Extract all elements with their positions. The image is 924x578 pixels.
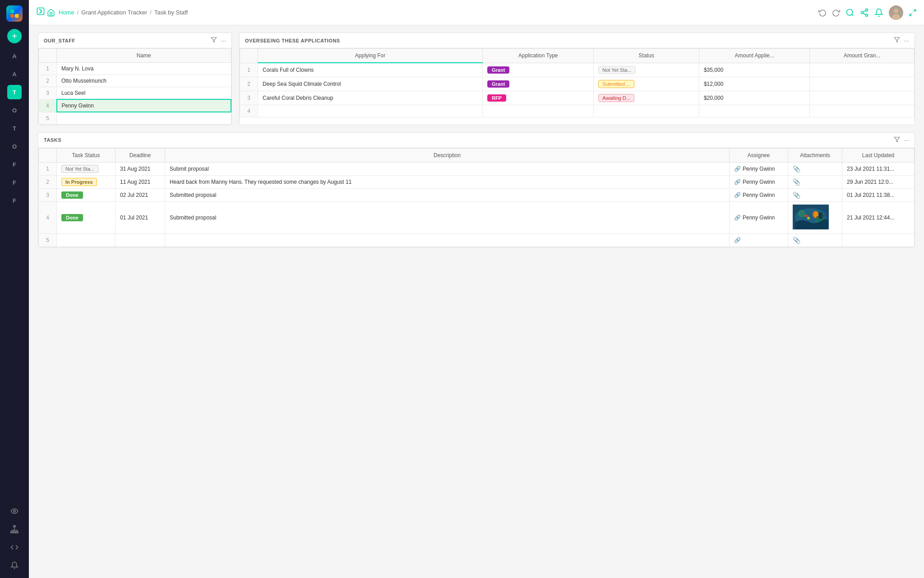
app-type-cell[interactable]: RFP [482,91,593,105]
code-icon[interactable] [7,540,22,555]
attachments-cell[interactable]: 📎 [788,175,842,188]
table-row[interactable]: 1 Not Yet Sta... 31 Aug 2021 Submit prop… [39,162,915,175]
table-row[interactable]: 1 Mary N. Lova [39,63,231,75]
status-cell[interactable]: Not Yet Sta... [594,63,699,77]
sidebar-item-a1[interactable]: A [7,49,22,63]
applying-for-cell[interactable]: Corals Full of Clowns [258,63,483,77]
applying-for-cell[interactable] [258,105,483,117]
table-row[interactable]: 3 Done 02 Jul 2021 Submitted proposal 🔗P… [39,188,915,201]
sidebar-item-a2[interactable]: A [7,67,22,81]
attach-icon[interactable]: 📎 [793,178,800,186]
app-type-cell[interactable]: Grant [482,77,593,91]
search-button[interactable] [845,8,855,17]
col-task-status: Task Status [57,148,116,162]
staff-name[interactable] [57,112,231,124]
deadline-cell: 02 Jul 2021 [116,188,165,201]
attach-icon[interactable]: 📎 [793,165,800,172]
sidebar-item-f2[interactable]: F [7,175,22,190]
sidebar-item-o2[interactable]: O [7,139,22,154]
overseeing-more-icon[interactable]: ··· [904,37,909,44]
sidebar-item-f3[interactable]: F [7,193,22,208]
sidebar-item-t1[interactable]: T [7,85,22,99]
tasks-filter-icon[interactable] [894,136,900,144]
collapse-icon[interactable] [36,7,45,18]
task-status-cell[interactable]: Not Yet Sta... [57,162,116,175]
task-status-cell[interactable] [57,233,116,247]
attach-icon[interactable]: 📎 [793,237,800,244]
amount-granted-cell [810,105,915,117]
tasks-more-icon[interactable]: ··· [904,136,909,144]
task-status-cell[interactable]: Done [57,188,116,201]
undo-button[interactable] [818,9,827,17]
table-row[interactable]: 5 🔗 📎 [39,233,915,247]
col-deadline: Deadline [116,148,165,162]
row-num: 5 [39,233,57,247]
attach-icon[interactable]: 📎 [793,191,800,199]
avatar[interactable] [889,5,903,20]
svg-point-19 [866,14,868,16]
filter-icon[interactable] [211,37,217,44]
svg-rect-38 [819,214,822,219]
table-row[interactable]: 2 Otto Musselmunch [39,75,231,87]
eye-icon[interactable] [7,504,22,518]
app-type-cell[interactable] [482,105,593,117]
task-status-cell[interactable]: Done [57,201,116,233]
status-cell[interactable]: Submitted ... [594,77,699,91]
expand-button[interactable] [909,9,917,17]
redo-button[interactable] [832,9,840,17]
last-updated-cell [842,233,915,247]
sitemap-icon[interactable] [7,522,22,536]
svg-rect-1 [15,9,18,13]
table-row[interactable]: 4 Done 01 Jul 2021 Submitted proposal 🔗P… [39,201,915,233]
bell-icon[interactable] [7,558,22,573]
staff-name[interactable]: Otto Musselmunch [57,75,231,87]
overseeing-filter-icon[interactable] [894,37,900,44]
table-row[interactable]: 4 [240,105,915,117]
applying-for-cell[interactable]: Careful Coral Debris Cleanup [258,91,483,105]
last-updated-cell: 23 Jul 2021 11:31... [842,162,915,175]
col-last-updated: Last Updated [842,148,915,162]
staff-name[interactable]: Luca Seel [57,87,231,100]
table-row[interactable]: 1 Corals Full of Clowns Grant Not Yet St… [240,63,915,77]
app-logo[interactable] [6,5,23,22]
status-cell[interactable]: Awaiting D... [594,91,699,105]
svg-line-26 [910,13,912,15]
svg-rect-5 [14,526,16,527]
staff-name[interactable]: Penny Gwinn [57,99,231,112]
description-cell: Heard back from Manny Hans. They request… [165,175,730,188]
add-button[interactable]: + [7,29,22,43]
attachments-cell[interactable] [788,201,842,233]
attachment-thumbnail[interactable] [793,205,829,229]
sidebar-item-o1[interactable]: O [7,103,22,117]
share-button[interactable] [860,8,869,17]
table-row[interactable]: 2 In Progress 11 Aug 2021 Heard back fro… [39,175,915,188]
svg-point-32 [798,210,805,217]
breadcrumb-section[interactable]: Grant Application Tracker [81,9,147,16]
svg-rect-7 [14,531,16,533]
svg-point-17 [866,9,868,11]
staff-name[interactable]: Mary N. Lova [57,63,231,75]
table-row[interactable]: 3 Careful Coral Debris Cleanup RFP Await… [240,91,915,105]
more-icon[interactable]: ··· [221,37,226,44]
table-row[interactable]: 4 Penny Gwinn [39,99,231,112]
col-name: Name [57,49,231,63]
row-num: 4 [39,201,57,233]
deadline-cell [116,233,165,247]
task-status-cell[interactable]: In Progress [57,175,116,188]
svg-rect-6 [11,531,13,533]
table-row[interactable]: 3 Luca Seel [39,87,231,100]
sidebar-item-t2[interactable]: T [7,121,22,135]
notifications-button[interactable] [874,8,883,17]
table-row[interactable]: 2 Deep Sea Squid Climate Control Grant S… [240,77,915,91]
attachments-cell[interactable]: 📎 [788,188,842,201]
attachments-cell[interactable]: 📎 [788,162,842,175]
row-num: 4 [240,105,258,117]
status-cell[interactable] [594,105,699,117]
breadcrumb-home[interactable]: Home [59,9,74,16]
table-row[interactable]: 5 [39,112,231,124]
applying-for-cell[interactable]: Deep Sea Squid Climate Control [258,77,483,91]
app-type-cell[interactable]: Grant [482,63,593,77]
attachments-cell[interactable]: 📎 [788,233,842,247]
task-status-badge: Done [61,214,83,221]
sidebar-item-f1[interactable]: F [7,157,22,172]
